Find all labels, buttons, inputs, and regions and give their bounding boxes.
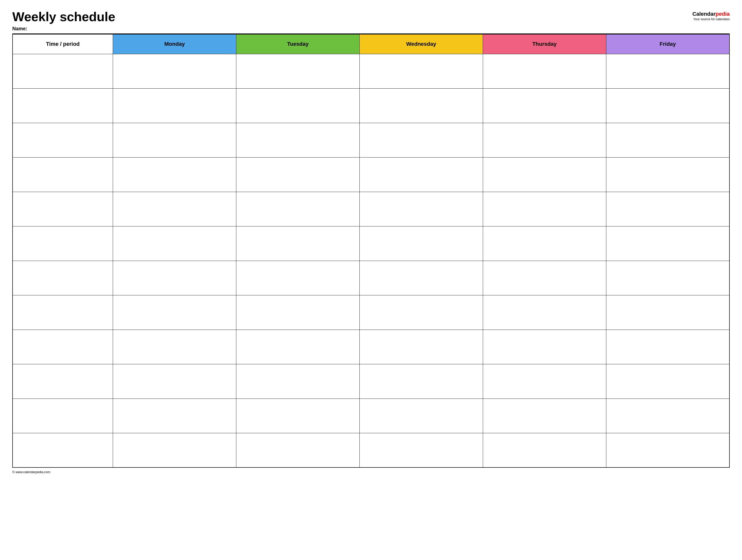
schedule-cell[interactable] [606, 295, 730, 330]
schedule-cell[interactable] [606, 226, 730, 261]
table-row [12, 433, 730, 467]
schedule-cell[interactable] [360, 192, 483, 226]
schedule-cell[interactable] [113, 226, 236, 261]
page-header: Weekly schedule Name: Calendarpedia Your… [12, 10, 730, 32]
schedule-cell[interactable] [483, 398, 606, 433]
schedule-cell[interactable] [360, 157, 483, 192]
schedule-cell[interactable] [236, 330, 360, 364]
table-row [12, 295, 730, 330]
time-cell[interactable] [12, 398, 113, 433]
schedule-cell[interactable] [483, 433, 606, 467]
schedule-cell[interactable] [606, 192, 730, 226]
schedule-cell[interactable] [236, 157, 360, 192]
table-row [12, 123, 730, 157]
schedule-cell[interactable] [113, 261, 236, 295]
schedule-cell[interactable] [236, 54, 360, 89]
schedule-cell[interactable] [113, 89, 236, 123]
schedule-cell[interactable] [606, 364, 730, 398]
page-title: Weekly schedule [12, 10, 692, 24]
time-cell[interactable] [12, 157, 113, 192]
schedule-cell[interactable] [360, 123, 483, 157]
schedule-cell[interactable] [360, 89, 483, 123]
col-header-friday: Friday [606, 34, 730, 54]
schedule-cell[interactable] [483, 226, 606, 261]
schedule-cell[interactable] [113, 433, 236, 467]
schedule-cell[interactable] [113, 192, 236, 226]
time-cell[interactable] [12, 364, 113, 398]
time-cell[interactable] [12, 330, 113, 364]
schedule-cell[interactable] [236, 261, 360, 295]
schedule-cell[interactable] [113, 330, 236, 364]
schedule-cell[interactable] [606, 433, 730, 467]
schedule-cell[interactable] [360, 54, 483, 89]
time-cell[interactable] [12, 295, 113, 330]
schedule-cell[interactable] [360, 295, 483, 330]
schedule-cell[interactable] [606, 398, 730, 433]
schedule-cell[interactable] [236, 192, 360, 226]
name-label: Name: [12, 26, 692, 32]
schedule-cell[interactable] [483, 192, 606, 226]
time-cell[interactable] [12, 54, 113, 89]
schedule-cell[interactable] [483, 295, 606, 330]
col-header-wednesday: Wednesday [360, 34, 483, 54]
logo-tagline: Your source for calendars [692, 17, 730, 21]
schedule-cell[interactable] [236, 295, 360, 330]
time-cell[interactable] [12, 261, 113, 295]
schedule-cell[interactable] [236, 433, 360, 467]
schedule-cell[interactable] [113, 54, 236, 89]
col-header-time: Time / period [12, 34, 113, 54]
schedule-cell[interactable] [360, 261, 483, 295]
table-header-row: Time / period Monday Tuesday Wednesday T… [12, 34, 730, 54]
table-row [12, 398, 730, 433]
table-row [12, 54, 730, 89]
time-cell[interactable] [12, 226, 113, 261]
table-row [12, 157, 730, 192]
schedule-cell[interactable] [606, 89, 730, 123]
schedule-cell[interactable] [483, 157, 606, 192]
schedule-cell[interactable] [483, 330, 606, 364]
logo-text: Calendarpedia [692, 11, 730, 17]
schedule-cell[interactable] [113, 364, 236, 398]
schedule-cell[interactable] [113, 123, 236, 157]
schedule-cell[interactable] [236, 364, 360, 398]
table-row [12, 364, 730, 398]
schedule-cell[interactable] [483, 89, 606, 123]
schedule-cell[interactable] [606, 330, 730, 364]
schedule-cell[interactable] [606, 123, 730, 157]
schedule-cell[interactable] [236, 123, 360, 157]
schedule-cell[interactable] [483, 364, 606, 398]
schedule-cell[interactable] [360, 226, 483, 261]
title-area: Weekly schedule Name: [12, 10, 692, 32]
schedule-cell[interactable] [483, 123, 606, 157]
logo-pedia-part: pedia [716, 11, 730, 17]
schedule-cell[interactable] [236, 398, 360, 433]
logo-area: Calendarpedia Your source for calendars [692, 11, 730, 21]
schedule-cell[interactable] [113, 157, 236, 192]
schedule-cell[interactable] [606, 54, 730, 89]
table-body [12, 54, 730, 467]
schedule-cell[interactable] [483, 54, 606, 89]
schedule-cell[interactable] [113, 398, 236, 433]
schedule-cell[interactable] [483, 261, 606, 295]
schedule-cell[interactable] [360, 433, 483, 467]
time-cell[interactable] [12, 89, 113, 123]
schedule-cell[interactable] [360, 398, 483, 433]
time-cell[interactable] [12, 192, 113, 226]
footer: © www.calendarpedia.com [12, 470, 730, 474]
schedule-cell[interactable] [236, 226, 360, 261]
schedule-cell[interactable] [606, 157, 730, 192]
time-cell[interactable] [12, 123, 113, 157]
time-cell[interactable] [12, 433, 113, 467]
schedule-cell[interactable] [360, 364, 483, 398]
schedule-cell[interactable] [360, 330, 483, 364]
schedule-cell[interactable] [113, 295, 236, 330]
col-header-tuesday: Tuesday [236, 34, 360, 54]
schedule-cell[interactable] [606, 261, 730, 295]
schedule-table: Time / period Monday Tuesday Wednesday T… [12, 34, 730, 468]
table-row [12, 226, 730, 261]
schedule-cell[interactable] [236, 89, 360, 123]
col-header-monday: Monday [113, 34, 236, 54]
table-row [12, 261, 730, 295]
table-row [12, 89, 730, 123]
table-row [12, 330, 730, 364]
